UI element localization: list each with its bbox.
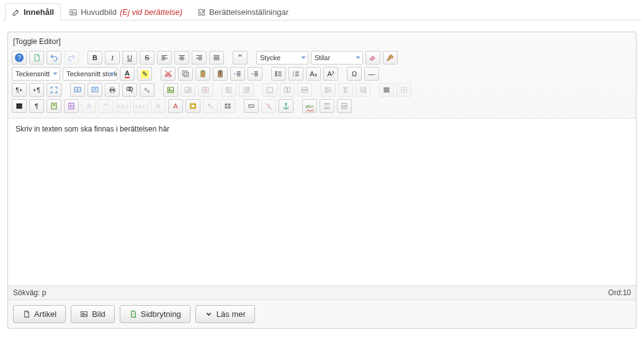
spellcheck-button[interactable]: abc bbox=[302, 99, 317, 113]
pagebreak-tb-button[interactable] bbox=[320, 99, 334, 113]
ltr-button[interactable]: ¶‣ bbox=[12, 83, 27, 97]
source-button[interactable] bbox=[87, 83, 102, 97]
align-center-button[interactable] bbox=[174, 51, 189, 64]
table-grid-2-button[interactable] bbox=[396, 83, 411, 97]
style-a-button[interactable]: A bbox=[81, 99, 96, 113]
find-button[interactable] bbox=[122, 83, 137, 97]
layout-1-button[interactable] bbox=[262, 83, 277, 97]
table-button[interactable] bbox=[12, 99, 27, 113]
image-button[interactable]: Bild bbox=[71, 305, 115, 323]
undo-button[interactable] bbox=[47, 51, 61, 64]
eraser-button[interactable] bbox=[365, 51, 380, 64]
pagebreak-icon bbox=[323, 102, 331, 110]
rtl-button[interactable]: ‣¶ bbox=[29, 83, 44, 97]
underline-button[interactable]: U bbox=[122, 51, 137, 64]
col-right-icon bbox=[359, 86, 367, 94]
template-button[interactable] bbox=[47, 99, 61, 113]
copy-button[interactable] bbox=[178, 67, 193, 81]
edit-image-button[interactable] bbox=[181, 83, 195, 97]
insert-image-button[interactable] bbox=[163, 83, 178, 97]
element-path[interactable]: Sökväg: p bbox=[13, 288, 46, 297]
charmap-button[interactable]: Ω bbox=[347, 67, 362, 81]
superscript-button[interactable]: A² bbox=[323, 67, 338, 81]
readmore-button[interactable]: Läs mer bbox=[195, 305, 255, 323]
quote-icon: “ bbox=[238, 53, 242, 63]
bold-button[interactable]: B bbox=[87, 51, 102, 64]
svg-point-44 bbox=[70, 105, 73, 107]
snippet-button[interactable] bbox=[64, 99, 79, 113]
paste-button[interactable] bbox=[195, 67, 210, 81]
number-list-button[interactable]: 123 bbox=[288, 67, 303, 81]
strike-icon: S bbox=[145, 54, 149, 61]
hr-button[interactable]: ― bbox=[364, 67, 379, 81]
preview-button[interactable] bbox=[70, 83, 85, 97]
svg-rect-36 bbox=[325, 87, 327, 92]
bullet-list-button[interactable] bbox=[271, 67, 286, 81]
underline-icon: U bbox=[127, 54, 132, 61]
italic-button[interactable]: I bbox=[105, 51, 120, 64]
cut-button[interactable] bbox=[161, 67, 176, 81]
media-options-button[interactable] bbox=[203, 99, 218, 113]
unlink-icon bbox=[264, 102, 273, 110]
fontsize-select[interactable]: Teckensnitt storlek bbox=[63, 67, 117, 81]
fontfamily-select[interactable]: Teckensnitt bbox=[12, 67, 60, 81]
svg-rect-7 bbox=[202, 70, 204, 71]
help-button[interactable]: ? bbox=[12, 51, 27, 64]
bgcolor-button[interactable]: ✎ bbox=[137, 67, 152, 81]
col-right-button[interactable] bbox=[356, 83, 370, 97]
unlink-button[interactable] bbox=[261, 99, 276, 113]
float-left-button[interactable] bbox=[221, 83, 236, 97]
anchor-button[interactable] bbox=[279, 99, 293, 113]
align-justify-button[interactable] bbox=[209, 51, 224, 64]
indent-button[interactable] bbox=[248, 67, 262, 81]
tab-mainimage[interactable]: Huvudbild (Ej vid berättelse) bbox=[62, 3, 189, 20]
style-a3-button[interactable]: A bbox=[168, 99, 183, 113]
align-left-button[interactable] bbox=[157, 51, 172, 64]
outdent-icon bbox=[233, 69, 242, 78]
table-grid-button[interactable] bbox=[379, 83, 394, 97]
format-select[interactable]: Stycke bbox=[256, 51, 308, 64]
outdent-button[interactable] bbox=[230, 67, 245, 81]
svg-rect-30 bbox=[247, 87, 249, 90]
tab-content[interactable]: Innehåll bbox=[5, 3, 61, 20]
show-blocks-button[interactable]: ¶ bbox=[29, 99, 44, 113]
link-button[interactable] bbox=[244, 99, 259, 113]
replace-button[interactable]: ᵇₐ bbox=[140, 83, 154, 97]
newdoc-button[interactable] bbox=[29, 51, 44, 64]
svg-rect-56 bbox=[81, 312, 87, 317]
col-left-button[interactable] bbox=[321, 83, 336, 97]
layout-2-button[interactable] bbox=[280, 83, 295, 97]
textcolor-button[interactable]: A bbox=[120, 67, 135, 81]
editor-content[interactable]: Skriv in texten som ska finnas i berätte… bbox=[8, 118, 636, 285]
media-grid-button[interactable] bbox=[220, 99, 235, 113]
align-right-button[interactable] bbox=[192, 51, 207, 64]
paste-icon bbox=[199, 69, 207, 78]
styles-select[interactable]: Stilar bbox=[311, 51, 363, 64]
acronym-button[interactable]: A.B.C. bbox=[133, 99, 148, 113]
layout-3-button[interactable] bbox=[297, 83, 312, 97]
col-center-button[interactable] bbox=[338, 83, 353, 97]
clean-button[interactable] bbox=[383, 51, 398, 64]
paste-text-button[interactable]: T bbox=[213, 67, 228, 81]
hr-icon: ― bbox=[369, 70, 375, 78]
fullscreen-button[interactable] bbox=[47, 83, 61, 97]
article-button[interactable]: Artikel bbox=[13, 305, 66, 323]
float-right-button[interactable] bbox=[239, 83, 254, 97]
style-a2-button[interactable]: A bbox=[151, 99, 166, 113]
strike-button[interactable]: S bbox=[140, 51, 154, 64]
toggle-editor-link[interactable]: [Toggle Editor] bbox=[8, 32, 636, 50]
subscript-button[interactable]: A₂ bbox=[306, 67, 321, 81]
blockquote-button[interactable]: “ bbox=[233, 51, 248, 64]
svg-point-18 bbox=[77, 89, 78, 90]
pagebreak-button[interactable]: Sidbrytning bbox=[120, 305, 190, 323]
style-a2-icon: A bbox=[156, 102, 160, 110]
sixsix-button[interactable]: ❝❝ bbox=[99, 99, 114, 113]
delete-image-button[interactable] bbox=[198, 83, 213, 97]
subscript-icon: A₂ bbox=[310, 70, 316, 78]
abbr-button[interactable]: A.B.C. bbox=[116, 99, 131, 113]
print-button[interactable] bbox=[105, 83, 120, 97]
tab-storysettings[interactable]: Berättelseinställningar bbox=[190, 3, 295, 20]
insert-media-button[interactable] bbox=[186, 99, 200, 113]
readmore-tb-button[interactable] bbox=[337, 99, 352, 113]
redo-button[interactable] bbox=[64, 51, 79, 64]
